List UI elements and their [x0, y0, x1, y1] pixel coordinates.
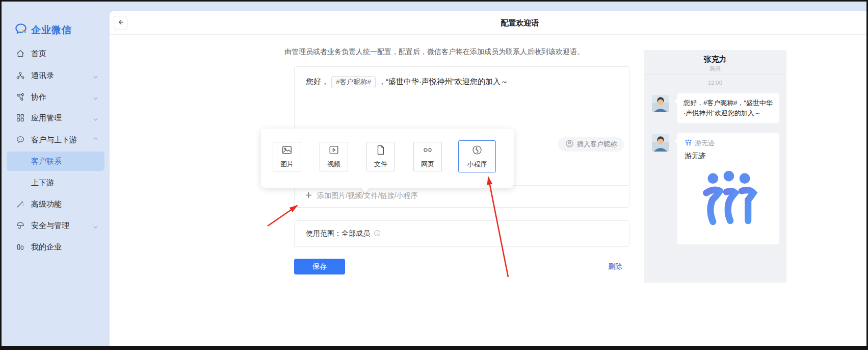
welcome-message-bubble: 您好，#客户昵称#，“盛世中华·声悦神州”欢迎您的加入～ — [677, 93, 779, 123]
message-text-suffix: ，“盛世中华·声悦神州”欢迎您的加入～ — [378, 77, 508, 86]
miniprogram-title: 游无迹 — [685, 152, 772, 161]
save-button[interactable]: 保存 — [294, 259, 345, 274]
popup-option-label: 文件 — [374, 160, 387, 169]
miniprogram-logo-icon — [685, 139, 692, 148]
link-icon — [422, 144, 433, 158]
popup-option-webpage[interactable]: 网页 — [413, 142, 442, 171]
nickname-tag-chip[interactable]: #客户昵称# — [331, 76, 376, 88]
welcome-message-text[interactable]: 您好，#客户昵称#，“盛世中华·声悦神州”欢迎您的加入～ — [306, 75, 618, 88]
home-icon — [16, 49, 25, 58]
umbrella-icon — [16, 221, 25, 230]
collaboration-icon — [16, 92, 25, 102]
contact-avatar — [652, 134, 669, 152]
popup-option-label: 小程序 — [467, 160, 487, 169]
sidebar-item-advanced-features[interactable]: 高级功能 — [2, 194, 110, 214]
app-grid-icon — [16, 113, 25, 122]
miniprogram-source-name: 游无迹 — [695, 139, 715, 148]
sidebar: 企业微信 首页 通讯录 协作 应用管理 — [2, 2, 110, 346]
sidebar-item-label: 首页 — [31, 49, 46, 59]
config-description: 由管理员或者业务负责人统一配置，配置后，微信客户将在添加成员为联系人后收到该欢迎… — [205, 47, 664, 57]
app-background: 企业微信 首页 通讯录 协作 应用管理 — [2, 2, 866, 346]
contacts-icon — [16, 71, 25, 80]
contact-company: 腾讯 — [644, 65, 786, 73]
preview-contact-header: 张克力 腾讯 — [644, 50, 786, 74]
sidebar-item-collaboration[interactable]: 协作 — [2, 87, 110, 107]
customer-chat-icon — [16, 135, 25, 144]
sidebar-item-app-management[interactable]: 应用管理 — [2, 108, 110, 128]
magic-wand-icon — [16, 199, 25, 209]
sidebar-item-label: 客户联系 — [31, 157, 62, 166]
delete-link[interactable]: 删除 — [608, 262, 622, 271]
popup-option-label: 网页 — [421, 160, 434, 169]
sidebar-item-label: 安全与管理 — [31, 221, 69, 231]
popup-option-label: 视频 — [327, 160, 340, 169]
message-text-prefix: 您好， — [306, 77, 329, 86]
person-circle-icon — [565, 139, 574, 149]
chevron-down-icon — [93, 94, 98, 100]
attachment-type-popup: 图片 视频 文件 网页 — [261, 129, 514, 188]
sidebar-item-home[interactable]: 首页 — [2, 44, 110, 63]
scope-label: 使用范围：全部成员 — [306, 229, 370, 238]
image-icon — [281, 144, 293, 158]
sidebar-item-customer-upstream[interactable]: 客户与上下游 — [2, 130, 110, 149]
sidebar-item-label: 高级功能 — [31, 199, 62, 209]
sidebar-item-label: 通讯录 — [31, 71, 54, 81]
brand-logo[interactable]: 企业微信 — [14, 22, 72, 38]
sidebar-item-label: 应用管理 — [31, 113, 62, 123]
message-timestamp: 12:00 — [644, 80, 786, 86]
popup-option-miniprogram[interactable]: 小程序 — [458, 140, 496, 172]
popup-option-label: 图片 — [280, 160, 294, 169]
back-button[interactable] — [114, 16, 127, 30]
sidebar-item-label: 客户与上下游 — [31, 135, 77, 145]
sidebar-item-upstream-downstream[interactable]: 上下游 — [2, 173, 110, 192]
chat-message: 游无迹 游无迹 — [652, 133, 779, 244]
miniprogram-logo-image — [695, 168, 762, 235]
insert-nickname-label: 插入客户昵称 — [577, 140, 617, 149]
insert-nickname-button[interactable]: 插入客户昵称 — [558, 137, 624, 152]
chat-preview-panel: 张克力 腾讯 12:00 您好，#客户昵称#，“盛世中华·声悦神州”欢迎您的加入… — [644, 50, 786, 283]
contact-avatar — [652, 95, 669, 112]
info-icon[interactable] — [374, 230, 381, 238]
chat-message: 您好，#客户昵称#，“盛世中华·声悦神州”欢迎您的加入～ — [652, 93, 779, 123]
file-icon — [375, 144, 386, 158]
sidebar-item-security-management[interactable]: 安全与管理 — [2, 216, 110, 235]
chevron-down-icon — [93, 115, 98, 121]
sidebar-item-my-company[interactable]: 我的企业 — [2, 237, 110, 257]
plus-icon — [305, 191, 312, 201]
page-title: 配置欢迎语 — [484, 18, 556, 28]
popup-option-file[interactable]: 文件 — [366, 142, 395, 171]
company-icon — [16, 242, 25, 252]
video-icon — [328, 144, 339, 158]
chevron-up-icon — [93, 137, 98, 143]
chevron-down-icon — [93, 73, 98, 79]
sidebar-item-label: 我的企业 — [31, 242, 62, 252]
sidebar-item-customer-contact[interactable]: 客户联系 — [7, 152, 104, 171]
popup-option-image[interactable]: 图片 — [273, 142, 301, 171]
sidebar-item-label: 上下游 — [31, 178, 54, 188]
scope-card: 使用范围：全部成员 — [294, 220, 629, 247]
miniprogram-card: 游无迹 游无迹 — [677, 133, 779, 244]
back-arrow-icon — [117, 19, 124, 27]
add-attachment-button[interactable]: 添加图片/视频/文件/链接/小程序 — [305, 191, 418, 201]
contact-name: 张克力 — [644, 55, 786, 64]
brand-name: 企业微信 — [31, 23, 72, 37]
header-bar: 配置欢迎语 — [110, 11, 866, 35]
wecom-logo-icon — [14, 22, 28, 38]
popup-option-video[interactable]: 视频 — [320, 142, 348, 171]
main-panel: 配置欢迎语 由管理员或者业务负责人统一配置，配置后，微信客户将在添加成员为联系人… — [110, 11, 866, 346]
sidebar-item-label: 协作 — [31, 92, 46, 102]
chevron-down-icon — [93, 223, 98, 229]
miniprogram-icon — [471, 144, 483, 158]
sidebar-item-contacts[interactable]: 通讯录 — [2, 66, 110, 85]
app-window: 企业微信 首页 通讯录 协作 应用管理 — [0, 0, 868, 350]
add-attachment-label: 添加图片/视频/文件/链接/小程序 — [317, 191, 418, 201]
